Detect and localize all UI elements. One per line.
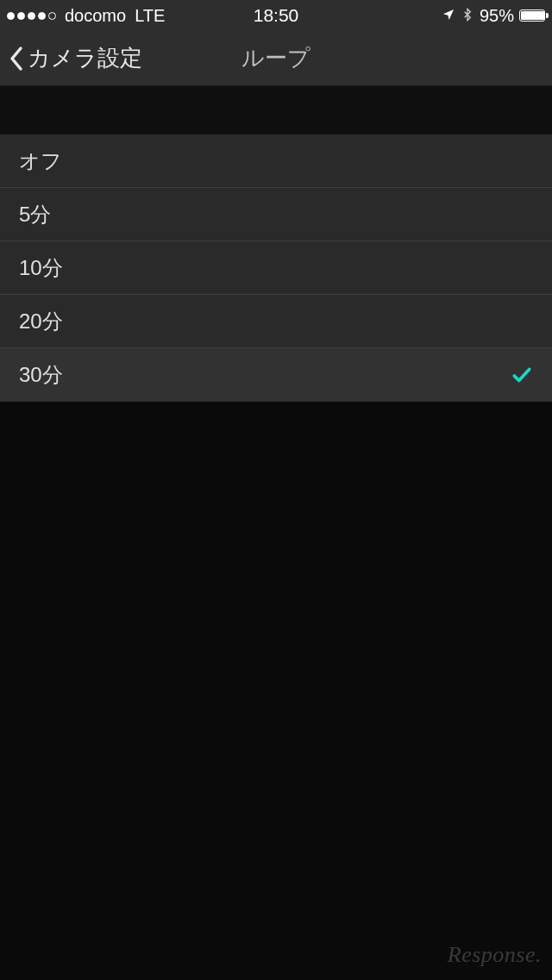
status-bar: docomo LTE 18:50 95% bbox=[0, 0, 552, 31]
status-right: 95% bbox=[442, 6, 545, 26]
network-label: LTE bbox=[135, 6, 165, 26]
option-30min[interactable]: 30分 bbox=[0, 348, 552, 402]
back-button[interactable]: カメラ設定 bbox=[0, 43, 142, 73]
option-label: 30分 bbox=[19, 361, 63, 389]
options-list: オフ 5分 10分 20分 30分 bbox=[0, 134, 552, 402]
battery-icon bbox=[519, 9, 545, 22]
chevron-left-icon bbox=[9, 46, 24, 72]
back-label: カメラ設定 bbox=[28, 43, 142, 73]
page-title: ループ bbox=[242, 43, 310, 73]
option-20min[interactable]: 20分 bbox=[0, 295, 552, 348]
nav-bar: カメラ設定 ループ bbox=[0, 31, 552, 86]
option-label: 5分 bbox=[19, 201, 51, 228]
signal-dots bbox=[7, 12, 56, 20]
bluetooth-icon bbox=[461, 6, 474, 26]
check-icon bbox=[511, 364, 533, 386]
status-left: docomo LTE bbox=[7, 6, 165, 26]
option-10min[interactable]: 10分 bbox=[0, 241, 552, 295]
carrier-label: docomo bbox=[65, 6, 126, 26]
option-label: 10分 bbox=[19, 254, 63, 282]
section-spacer bbox=[0, 86, 552, 134]
watermark: Response. bbox=[448, 942, 542, 968]
clock: 18:50 bbox=[254, 5, 299, 26]
option-label: 20分 bbox=[19, 308, 63, 335]
location-icon bbox=[442, 6, 455, 26]
battery-percent: 95% bbox=[480, 6, 514, 26]
option-off[interactable]: オフ bbox=[0, 134, 552, 188]
option-5min[interactable]: 5分 bbox=[0, 188, 552, 241]
option-label: オフ bbox=[19, 147, 62, 175]
